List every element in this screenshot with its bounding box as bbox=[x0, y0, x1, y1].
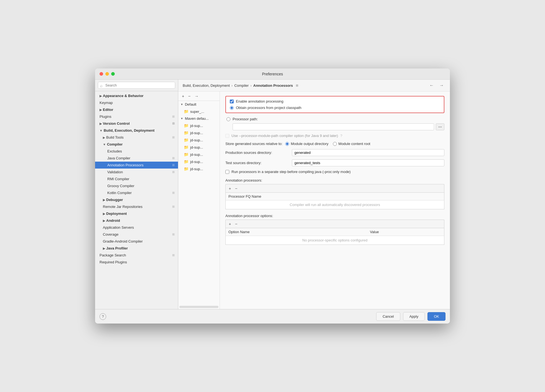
badge-icon: ⊞ bbox=[172, 136, 175, 139]
profile-item-jd5[interactable]: 📁 jd-sup... bbox=[178, 151, 220, 158]
profile-item-jd3[interactable]: 📁 jd-sup... bbox=[178, 136, 220, 144]
run-processors-row: Run processors in a separate step before… bbox=[225, 170, 444, 174]
forward-button[interactable]: → bbox=[438, 82, 445, 88]
sidebar-item-editor[interactable]: ▶Editor bbox=[95, 106, 178, 113]
split-area: + − → ▼ Default 📁 super_... bbox=[178, 91, 450, 309]
maximize-button[interactable] bbox=[111, 72, 115, 76]
annotation-options-table: Option Name Value No processor-specific … bbox=[225, 228, 444, 245]
profile-list: ▼ Default 📁 super_... ▼ Maven defau... bbox=[178, 101, 220, 305]
close-button[interactable] bbox=[100, 72, 103, 76]
obtain-processors-label: Obtain processors from project classpath bbox=[236, 106, 301, 110]
sidebar-item-deployment[interactable]: ▶Deployment bbox=[95, 210, 178, 217]
profile-item-maven[interactable]: ▼ Maven defau... bbox=[178, 115, 220, 122]
add-option-button[interactable]: + bbox=[227, 221, 233, 227]
production-sources-row: Production sources directory: bbox=[225, 149, 444, 156]
sidebar-item-appearance[interactable]: ▶Appearance & Behavior bbox=[95, 92, 178, 99]
sidebar-item-version-control[interactable]: ▶Version Control ⊞ bbox=[95, 120, 178, 127]
sidebar-item-remote-jar[interactable]: Remote Jar Repositories ⊞ bbox=[95, 203, 178, 210]
folder-icon: 📁 bbox=[184, 159, 189, 164]
badge-icon: ⊞ bbox=[172, 233, 175, 236]
sidebar-item-build-tools[interactable]: ▶Build Tools ⊞ bbox=[95, 134, 178, 141]
sidebar-item-compiler[interactable]: ▼Compiler bbox=[95, 141, 178, 148]
expand-icon: ▶ bbox=[103, 136, 105, 139]
sidebar-item-java-profiler[interactable]: ▶Java Profiler bbox=[95, 245, 178, 252]
test-sources-input[interactable] bbox=[292, 159, 444, 166]
remove-processor-button[interactable]: − bbox=[234, 185, 239, 191]
module-content-root-radio[interactable] bbox=[333, 142, 337, 146]
apply-button[interactable]: Apply bbox=[403, 312, 425, 321]
sidebar-item-plugins[interactable]: Plugins ⊞ bbox=[95, 113, 178, 120]
production-sources-input[interactable] bbox=[292, 149, 444, 156]
help-button[interactable]: ? bbox=[100, 313, 106, 320]
profile-item-jd6[interactable]: 📁 jd-sup... bbox=[178, 158, 220, 165]
profile-item-jd1[interactable]: 📁 jd-sup... bbox=[178, 122, 220, 129]
profile-scrollbar[interactable] bbox=[179, 306, 218, 308]
sidebar-item-app-servers[interactable]: Application Servers bbox=[95, 224, 178, 231]
annotation-options-section-title: Annotation processor options: bbox=[225, 214, 444, 218]
annotation-empty-msg: Compiler will run all automatically disc… bbox=[286, 199, 383, 210]
enable-annotation-checkbox[interactable] bbox=[230, 100, 234, 103]
sidebar-item-package-search[interactable]: Package Search ⊞ bbox=[95, 252, 178, 259]
test-sources-label: Test sources directory: bbox=[225, 161, 289, 165]
sidebar-item-validation[interactable]: Validation ⊞ bbox=[95, 169, 178, 175]
profile-item-jd2[interactable]: 📁 jd-sup... bbox=[178, 129, 220, 136]
sidebar-item-required-plugins[interactable]: Required Plugins bbox=[95, 259, 178, 266]
module-content-root-label: Module content root bbox=[338, 142, 370, 146]
production-sources-label: Production sources directory: bbox=[225, 151, 289, 155]
test-sources-row: Test sources directory: bbox=[225, 159, 444, 166]
processor-path-input[interactable] bbox=[233, 123, 434, 130]
processor-path-radio[interactable] bbox=[226, 117, 230, 121]
move-profile-button[interactable]: → bbox=[193, 93, 200, 99]
profile-item-super[interactable]: 📁 super_... bbox=[178, 108, 220, 115]
module-output-dir-radio[interactable] bbox=[285, 142, 289, 146]
store-generated-row: Store generated sources relative to: Mod… bbox=[225, 142, 444, 146]
sidebar-item-debugger[interactable]: ▶Debugger bbox=[95, 196, 178, 203]
profile-label: jd-sup... bbox=[190, 167, 203, 171]
profile-label: jd-sup... bbox=[190, 160, 203, 164]
minimize-button[interactable] bbox=[105, 72, 109, 76]
expand-icon: ▼ bbox=[100, 129, 103, 132]
breadcrumb-bar: Build, Execution, Deployment › Compiler … bbox=[178, 80, 450, 91]
sidebar-item-rmi-compiler[interactable]: RMI Compiler bbox=[95, 175, 178, 182]
profile-label: jd-sup... bbox=[190, 152, 203, 157]
cancel-button[interactable]: Cancel bbox=[376, 312, 400, 321]
run-processors-checkbox[interactable] bbox=[225, 170, 229, 174]
sidebar-item-excludes[interactable]: Excludes bbox=[95, 148, 178, 155]
profile-item-default[interactable]: ▼ Default bbox=[178, 101, 220, 108]
badge-icon: ⊞ bbox=[172, 115, 175, 118]
help-icon[interactable]: ? bbox=[340, 134, 342, 138]
profile-label: jd-sup... bbox=[190, 145, 203, 149]
sidebar-item-android[interactable]: ▶Android bbox=[95, 217, 178, 224]
profile-panel: + − → ▼ Default 📁 super_... bbox=[178, 91, 220, 309]
annotation-processors-table: Processor FQ Name Compiler will run all … bbox=[225, 192, 444, 209]
folder-icon: 📁 bbox=[184, 152, 189, 157]
sidebar-item-groovy-compiler[interactable]: Groovy Compiler bbox=[95, 182, 178, 189]
enable-annotation-label: Enable annotation processing bbox=[236, 99, 283, 103]
sidebar-item-build-exec[interactable]: ▼Build, Execution, Deployment bbox=[95, 127, 178, 134]
sidebar-item-java-compiler[interactable]: Java Compiler ⊞ bbox=[95, 155, 178, 162]
ok-button[interactable]: OK bbox=[427, 312, 445, 321]
back-button[interactable]: ← bbox=[428, 82, 436, 88]
main-content: ▶Appearance & Behavior Keymap ▶Editor Pl… bbox=[95, 80, 450, 309]
settings-panel: Enable annotation processing Obtain proc… bbox=[220, 91, 450, 309]
remove-option-button[interactable]: − bbox=[234, 221, 239, 227]
browse-button[interactable]: ⋯ bbox=[436, 123, 444, 130]
bottom-bar: ? Cancel Apply OK bbox=[95, 309, 450, 324]
search-input[interactable] bbox=[98, 82, 175, 89]
table-row: Compiler will run all automatically disc… bbox=[226, 200, 444, 209]
obtain-processors-radio[interactable] bbox=[230, 106, 234, 110]
sidebar-item-coverage[interactable]: Coverage ⊞ bbox=[95, 231, 178, 238]
profile-item-jd4[interactable]: 📁 jd-sup... bbox=[178, 144, 220, 151]
sidebar-item-annotation-processors[interactable]: Annotation Processors ⊞ bbox=[95, 162, 178, 169]
profile-item-jd7[interactable]: 📁 jd-sup... bbox=[178, 165, 220, 172]
use-module-path-checkbox[interactable] bbox=[225, 134, 229, 138]
add-profile-button[interactable]: + bbox=[180, 93, 186, 99]
sidebar-item-gradle-android[interactable]: Gradle-Android Compiler bbox=[95, 238, 178, 245]
profile-label: jd-sup... bbox=[190, 131, 203, 135]
expand-icon: ▶ bbox=[103, 219, 105, 222]
sidebar-item-keymap[interactable]: Keymap bbox=[95, 99, 178, 106]
add-processor-button[interactable]: + bbox=[227, 185, 233, 191]
profile-label: jd-sup... bbox=[190, 124, 203, 128]
remove-profile-button[interactable]: − bbox=[187, 93, 192, 99]
sidebar-item-kotlin-compiler[interactable]: Kotlin Compiler ⊞ bbox=[95, 189, 178, 196]
